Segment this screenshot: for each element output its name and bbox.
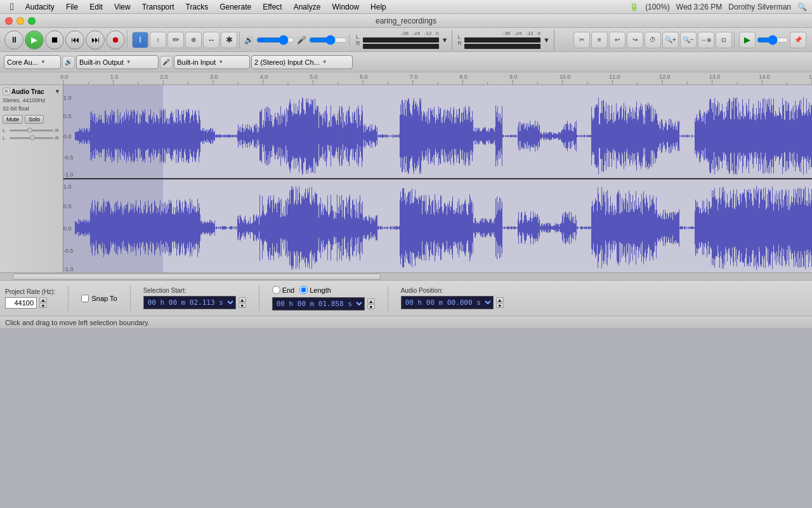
pause-button[interactable]: ⏸ — [4, 30, 23, 50]
menu-edit[interactable]: Edit — [84, 1, 108, 13]
input-arrow: ▼ — [218, 59, 223, 65]
audio-pos-spinner: ▲ ▼ — [496, 297, 504, 308]
input-device-dropdown[interactable]: Built-in Input ▼ — [174, 55, 250, 69]
project-rate-input[interactable] — [5, 297, 37, 309]
audio-pos-down[interactable]: ▼ — [496, 303, 504, 308]
menu-transport[interactable]: Transport — [137, 1, 180, 13]
stop-button[interactable]: ⏹ — [45, 30, 64, 50]
left-channel-label: L — [3, 128, 8, 133]
apple-menu[interactable]:  — [5, 0, 19, 14]
minimize-button[interactable] — [16, 17, 24, 25]
undo-button[interactable]: ↩ — [609, 32, 625, 48]
length-label-text: Length — [310, 286, 331, 294]
menu-audacity[interactable]: Audacity — [20, 1, 60, 13]
mic-btn[interactable]: 🎤 — [160, 56, 173, 69]
end-radio[interactable] — [272, 286, 280, 294]
scrollbar-thumb[interactable] — [13, 274, 381, 280]
end-length-group: End Length 00 h 00 m 01.858 s ▲ ▼ — [272, 286, 375, 311]
sel-len-up[interactable]: ▲ — [367, 298, 375, 304]
close-button[interactable] — [5, 17, 13, 25]
output-arrow: ▼ — [126, 59, 131, 65]
menu-file[interactable]: File — [61, 1, 83, 13]
track-header: ✕ Audio Trac ▼ Stereo, 44100Hz 32-bit fl… — [0, 85, 63, 272]
transport-toolbar: ⏸ ▶ ⏹ ⏮ ⏭ ⏺ I ↕ ✏ ⊕ ↔ ✱ 🔊 🎤 LR -36 -24 -… — [0, 28, 812, 52]
playback-speed-slider[interactable] — [757, 35, 789, 45]
tools-group: I ↕ ✏ ⊕ ↔ ✱ — [130, 32, 240, 48]
snap-to-checkbox[interactable] — [81, 295, 89, 302]
snap-to-group: Snap To — [81, 295, 117, 302]
title-bar: earing_recordings — [0, 14, 812, 28]
menu-tracks[interactable]: Tracks — [181, 1, 214, 13]
rate-spin-up[interactable]: ▲ — [39, 297, 47, 302]
solo-button[interactable]: Solo — [25, 115, 44, 124]
track-menu-arrow[interactable]: ▼ — [55, 88, 60, 95]
record-button[interactable]: ⏺ — [106, 30, 125, 50]
menu-analyze[interactable]: Analyze — [289, 1, 326, 13]
snap-to-label: Snap To — [91, 295, 117, 302]
record-volume-slider[interactable] — [309, 35, 347, 45]
menu-search-icon[interactable]: 🔍 — [797, 3, 807, 11]
maximize-button[interactable] — [28, 17, 36, 25]
transport-group: ⏸ ▶ ⏹ ⏮ ⏭ ⏺ — [3, 30, 128, 50]
menu-effect[interactable]: Effect — [258, 1, 287, 13]
zoom-fit-button[interactable]: ⊡ — [716, 32, 732, 48]
right-channel-label-gain: R — [55, 128, 60, 133]
skip-fwd-button[interactable]: ⏭ — [86, 30, 105, 50]
sel-start-up[interactable]: ▲ — [239, 297, 246, 302]
sel-len-down[interactable]: ▼ — [367, 304, 375, 309]
separator-3 — [259, 286, 259, 311]
zoom-in-button[interactable]: 🔍+ — [662, 32, 679, 48]
draw-tool-button[interactable]: ✏ — [167, 32, 184, 48]
sel-start-display[interactable]: 00 h 00 m 02.113 s — [143, 296, 236, 309]
project-rate-label: Project Rate (Hz): — [5, 288, 55, 295]
zoom-sel-button[interactable]: ↔⊕ — [698, 32, 714, 48]
record-vu-dropdown-arrow[interactable]: ▼ — [543, 36, 550, 44]
silence-button[interactable]: ≡ — [591, 32, 608, 48]
trim-button[interactable]: ✂ — [573, 32, 590, 48]
timeshift-tool-button[interactable]: ↔ — [203, 32, 219, 48]
length-radio[interactable] — [299, 286, 308, 294]
skip-back-button[interactable]: ⏮ — [65, 30, 84, 50]
waveform-canvas-area[interactable] — [63, 85, 812, 272]
core-audio-arrow: ▼ — [41, 59, 46, 65]
zoom-tool-button[interactable]: ⊕ — [185, 32, 202, 48]
vu-dropdown-arrow[interactable]: ▼ — [442, 36, 449, 44]
menu-window[interactable]: Window — [327, 1, 364, 13]
mute-button[interactable]: Mute — [3, 115, 23, 124]
envelope-tool-button[interactable]: ↕ — [150, 32, 166, 48]
playback-vu: -36 -24 -12 0 — [363, 30, 439, 49]
channels-arrow: ▼ — [322, 59, 327, 65]
window-controls — [5, 17, 36, 25]
pinned-play-button[interactable]: 📌 — [790, 32, 806, 48]
zoom-out-button[interactable]: 🔍− — [680, 32, 697, 48]
length-radio-label: Length — [299, 286, 331, 294]
channels-dropdown[interactable]: 2 (Stereo) Input Ch... ▼ — [251, 55, 353, 69]
channels-label: 2 (Stereo) Input Ch... — [254, 58, 320, 66]
track-sample-rate: Stereo, 44100Hz — [3, 97, 60, 105]
sel-length-display[interactable]: 00 h 00 m 01.858 s — [272, 297, 365, 311]
menu-help[interactable]: Help — [365, 1, 391, 13]
play-at-speed-button[interactable]: ▶ — [739, 32, 756, 48]
horizontal-scrollbar[interactable] — [0, 272, 812, 280]
menu-time: Wed 3:26 PM — [676, 3, 722, 11]
playback-volume-slider[interactable] — [256, 35, 294, 45]
menu-view[interactable]: View — [109, 1, 136, 13]
track-close-button[interactable]: ✕ — [3, 88, 10, 95]
sync-lock-button[interactable]: ⏱ — [645, 32, 661, 48]
core-audio-dropdown[interactable]: Core Au... ▼ — [4, 55, 61, 69]
pan-slider[interactable] — [10, 137, 53, 139]
audio-pos-display[interactable]: 00 h 00 m 00.000 s — [401, 296, 494, 309]
rate-spin-down[interactable]: ▼ — [39, 303, 47, 308]
menu-battery-pct: (100%) — [645, 3, 670, 11]
menu-generate[interactable]: Generate — [214, 1, 256, 13]
output-device-dropdown[interactable]: Built-in Output ▼ — [76, 55, 159, 69]
select-tool-button[interactable]: I — [132, 32, 148, 48]
speaker-icon-btn[interactable]: 🔊 — [62, 56, 75, 69]
play-button[interactable]: ▶ — [25, 30, 44, 50]
multi-tool-button[interactable]: ✱ — [221, 32, 237, 48]
sel-start-down[interactable]: ▼ — [239, 303, 246, 308]
rate-spinner: ▲ ▼ — [39, 297, 47, 308]
gain-left-slider[interactable] — [10, 130, 53, 131]
audio-pos-up[interactable]: ▲ — [496, 297, 504, 302]
redo-button[interactable]: ↪ — [627, 32, 643, 48]
